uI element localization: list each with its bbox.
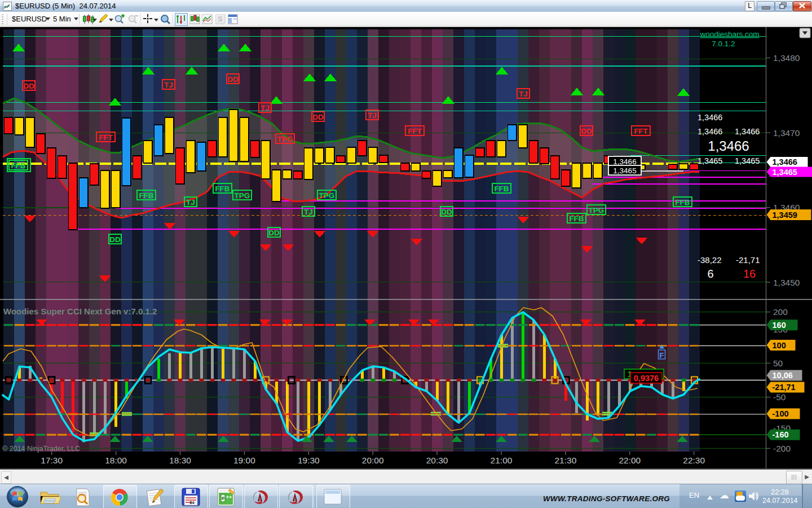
svg-text:1,3466: 1,3466: [708, 138, 749, 154]
svg-text:woodieshars.com: woodieshars.com: [699, 30, 759, 38]
svg-text:1,3466: 1,3466: [773, 157, 797, 167]
svg-text:1,3466: 1,3466: [613, 157, 636, 166]
svg-text:-50: -50: [773, 392, 786, 402]
svg-text:-160: -160: [773, 430, 789, 439]
svg-text:Woodies Super CCI Next Gen v:7: Woodies Super CCI Next Gen v:7.0.1.2: [3, 306, 157, 316]
svg-text:F: F: [660, 351, 664, 360]
svg-text:1,3480: 1,3480: [773, 53, 800, 63]
svg-text:21:30: 21:30: [555, 456, 577, 465]
svg-text:1,3450: 1,3450: [773, 278, 800, 287]
svg-text:64·: 64·: [189, 500, 196, 505]
svg-text:22:30: 22:30: [683, 456, 705, 465]
svg-text:1,3465: 1,3465: [735, 156, 760, 165]
svg-text:50: 50: [773, 358, 783, 368]
svg-text:20:00: 20:00: [362, 456, 384, 465]
svg-text:18:00: 18:00: [105, 456, 127, 465]
svg-text:1,3465: 1,3465: [773, 168, 797, 177]
svg-text:160: 160: [773, 321, 786, 330]
svg-text:© 2014 NinjaTrader, LLC: © 2014 NinjaTrader, LLC: [2, 445, 80, 453]
svg-text:10,06: 10,06: [773, 371, 793, 380]
svg-text:21:00: 21:00: [491, 456, 513, 465]
svg-text:S: S: [218, 15, 222, 23]
svg-text:1,3465: 1,3465: [698, 156, 722, 165]
svg-text:200: 200: [773, 307, 788, 317]
svg-text:17:30: 17:30: [41, 456, 63, 465]
svg-text:20:30: 20:30: [426, 456, 448, 465]
svg-text:ⅇ: ⅇ: [222, 496, 224, 501]
svg-text:++: ++: [226, 494, 232, 500]
svg-text:0,9376: 0,9376: [634, 374, 659, 383]
svg-text:22:00: 22:00: [619, 456, 641, 465]
svg-text:100: 100: [773, 341, 786, 350]
svg-text:6: 6: [707, 268, 713, 280]
svg-text:-21,71: -21,71: [773, 383, 796, 392]
svg-text:-38,22: -38,22: [698, 255, 722, 265]
svg-text:1,3465: 1,3465: [613, 167, 636, 175]
svg-text:16: 16: [743, 268, 756, 280]
svg-text:-100: -100: [773, 409, 789, 418]
svg-text:19:00: 19:00: [233, 456, 255, 465]
svg-text:1,3459: 1,3459: [773, 211, 797, 220]
svg-text:1,3466: 1,3466: [698, 127, 722, 136]
svg-text:18:30: 18:30: [169, 456, 191, 465]
svg-text:-21,71: -21,71: [736, 255, 760, 265]
svg-text:1,3470: 1,3470: [773, 128, 800, 138]
svg-text:1,3466: 1,3466: [735, 127, 760, 136]
svg-text:7.0.1.2: 7.0.1.2: [712, 40, 735, 48]
svg-text:-200: -200: [773, 444, 791, 453]
svg-text:1,3466: 1,3466: [698, 113, 722, 122]
svg-text:19:30: 19:30: [298, 456, 320, 465]
